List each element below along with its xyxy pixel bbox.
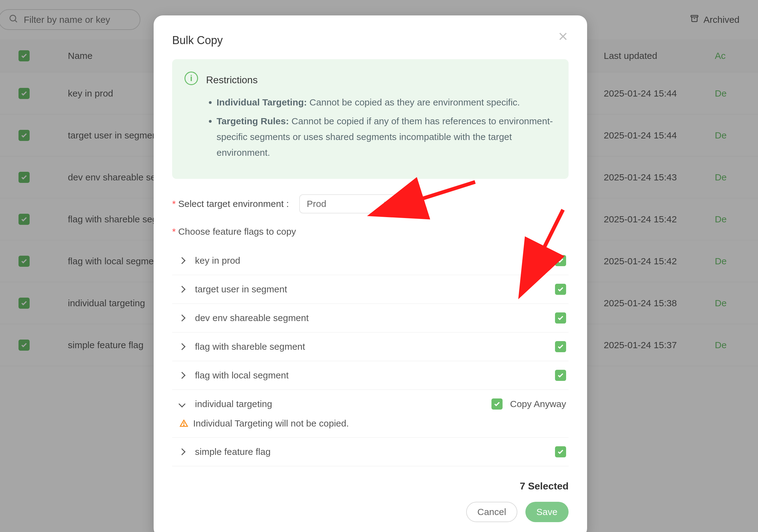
warning-icon	[180, 419, 188, 428]
chevron-right-icon	[179, 286, 186, 293]
modal-title: Bulk Copy	[172, 34, 568, 47]
restriction-item-1-strong: Individual Targeting:	[217, 97, 307, 107]
restrictions-heading: Restrictions	[206, 72, 556, 88]
flag-name: flag with local segment	[195, 370, 289, 381]
flag-item[interactable]: flag with shareble segment	[172, 332, 568, 361]
flag-name: target user in segment	[195, 284, 287, 294]
flag-name: dev env shareable segment	[195, 313, 309, 323]
target-env-label: *Select target environment :	[172, 199, 289, 209]
target-env-row: *Select target environment : Prod	[172, 194, 568, 214]
chevron-right-icon	[179, 257, 186, 264]
flag-list: key in prod target user in segment dev e…	[172, 246, 568, 466]
svg-point-7	[184, 425, 184, 426]
flag-warning-row: Individual Targeting will not be copied.	[172, 415, 568, 438]
flag-name: individual targeting	[195, 399, 272, 409]
target-env-value: Prod	[307, 199, 326, 209]
flag-item[interactable]: dev env shareable segment	[172, 304, 568, 332]
flag-item[interactable]: key in prod	[172, 247, 568, 275]
flag-checkbox[interactable]	[555, 284, 566, 295]
modal-close-button[interactable]	[558, 31, 568, 44]
info-icon: i	[185, 72, 198, 85]
target-env-select[interactable]: Prod	[299, 194, 398, 214]
copy-anyway-checkbox[interactable]	[492, 398, 502, 410]
flag- 
        data-name=[interactable]	[555, 341, 566, 352]
chevron-right-icon	[179, 372, 186, 379]
restriction-item-2: Targeting Rules: Cannot be copied if any…	[217, 113, 556, 160]
flag-checkbox[interactable]	[555, 446, 566, 457]
flag-checkbox[interactable]	[555, 313, 566, 323]
bulk-copy-modal: Bulk Copy i Restrictions Individual Targ…	[154, 16, 587, 532]
chevron-right-icon	[179, 449, 186, 455]
chevron-right-icon	[179, 315, 186, 322]
flag-warning-text: Individual Targeting will not be copied.	[193, 418, 349, 429]
close-icon	[558, 34, 568, 44]
flag-checkbox[interactable]	[555, 255, 566, 266]
choose-flags-label: *Choose feature flags to copy	[172, 226, 568, 237]
chevron-right-icon	[179, 343, 186, 350]
restrictions-panel: i Restrictions Individual Targeting: Can…	[172, 59, 568, 179]
flag-item[interactable]: flag with local segment	[172, 361, 568, 390]
flag-name: flag with shareble segment	[195, 341, 305, 352]
flag-item-expanded[interactable]: individual targeting Copy Anyway	[172, 390, 568, 415]
save-button[interactable]: Save	[525, 502, 568, 522]
flag-name: key in prod	[195, 255, 240, 266]
restriction-item-1: Individual Targeting: Cannot be copied a…	[217, 94, 556, 110]
flag-item[interactable]: simple feature flag	[172, 438, 568, 466]
flag-checkbox[interactable]	[555, 370, 566, 381]
copy-anyway-label: Copy Anyway	[510, 399, 566, 409]
restriction-item-1-text: Cannot be copied as they are environment…	[307, 97, 520, 107]
cancel-button[interactable]: Cancel	[466, 502, 517, 522]
restriction-item-2-strong: Targeting Rules:	[217, 116, 289, 126]
selected-count: 7 Selected	[172, 481, 568, 492]
chevron-down-icon	[384, 202, 391, 206]
chevron-down-icon	[179, 401, 186, 408]
flag-name: simple feature flag	[195, 447, 271, 457]
flag-item[interactable]: target user in segment	[172, 275, 568, 304]
